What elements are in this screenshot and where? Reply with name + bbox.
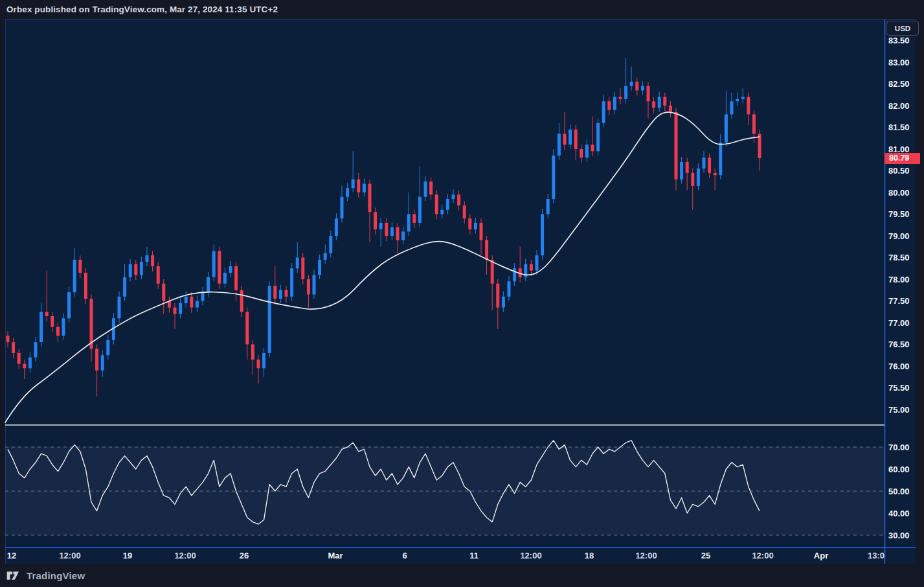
svg-text:18: 18 xyxy=(585,551,594,560)
svg-text:78.50: 78.50 xyxy=(888,253,910,262)
svg-text:19: 19 xyxy=(123,551,132,560)
svg-text:50.00: 50.00 xyxy=(888,487,910,496)
svg-text:83.00: 83.00 xyxy=(888,58,910,67)
currency-axis-button[interactable]: USD xyxy=(886,21,919,36)
svg-text:75.50: 75.50 xyxy=(888,383,910,393)
svg-text:76.50: 76.50 xyxy=(888,340,910,349)
svg-text:30.00: 30.00 xyxy=(888,531,910,540)
svg-text:80.00: 80.00 xyxy=(888,188,910,198)
svg-text:79.50: 79.50 xyxy=(888,209,910,219)
svg-text:60.00: 60.00 xyxy=(888,465,910,474)
svg-text:12: 12 xyxy=(7,551,16,560)
price-axis-labels[interactable]: 83.5083.0082.5082.0081.5081.0080.5080.00… xyxy=(888,36,910,415)
svg-text:13:0: 13:0 xyxy=(868,551,885,560)
time-axis-labels[interactable]: 1212:001912:0026Mar61112:001812:002512:0… xyxy=(7,551,885,560)
tradingview-logo-link[interactable]: TradingView xyxy=(6,568,85,582)
chart-canvas[interactable]: 83.5083.0082.5082.0081.5081.0080.5080.00… xyxy=(0,0,924,587)
svg-text:26: 26 xyxy=(240,551,249,560)
moving-average-line xyxy=(5,112,760,422)
svg-text:83.50: 83.50 xyxy=(888,36,910,45)
svg-text:Mar: Mar xyxy=(328,551,343,560)
svg-text:25: 25 xyxy=(701,551,710,560)
svg-text:12:00: 12:00 xyxy=(520,551,541,560)
svg-text:78.00: 78.00 xyxy=(888,275,910,284)
last-price-badge: 80.79 xyxy=(885,153,920,164)
svg-text:11: 11 xyxy=(469,551,479,560)
svg-text:Apr: Apr xyxy=(814,551,828,560)
publish-attribution-line: Orbex published on TradingView.com, Mar … xyxy=(6,4,278,16)
svg-text:6: 6 xyxy=(402,551,407,560)
svg-text:77.00: 77.00 xyxy=(888,318,910,328)
svg-text:79.00: 79.00 xyxy=(888,231,910,241)
svg-text:76.00: 76.00 xyxy=(888,362,910,371)
tradingview-brand-text: TradingView xyxy=(27,570,85,581)
svg-text:12:00: 12:00 xyxy=(752,551,773,560)
svg-text:80.50: 80.50 xyxy=(888,166,910,176)
svg-text:40.00: 40.00 xyxy=(888,509,910,518)
svg-text:70.00: 70.00 xyxy=(888,443,910,452)
svg-text:82.50: 82.50 xyxy=(888,79,910,89)
candlestick-series xyxy=(6,58,761,397)
tradingview-published-chart: 83.5083.0082.5082.0081.5081.0080.5080.00… xyxy=(0,0,924,587)
svg-text:77.50: 77.50 xyxy=(888,296,910,306)
svg-text:82.00: 82.00 xyxy=(888,101,910,111)
svg-text:81.50: 81.50 xyxy=(888,122,910,132)
tradingview-logo-icon xyxy=(6,570,22,581)
svg-text:75.00: 75.00 xyxy=(888,405,910,415)
svg-text:12:00: 12:00 xyxy=(174,551,196,560)
svg-text:12:00: 12:00 xyxy=(59,551,80,560)
rsi-axis-labels[interactable]: 70.0060.0050.0040.0030.00 xyxy=(888,443,910,540)
svg-text:12:00: 12:00 xyxy=(635,551,657,560)
